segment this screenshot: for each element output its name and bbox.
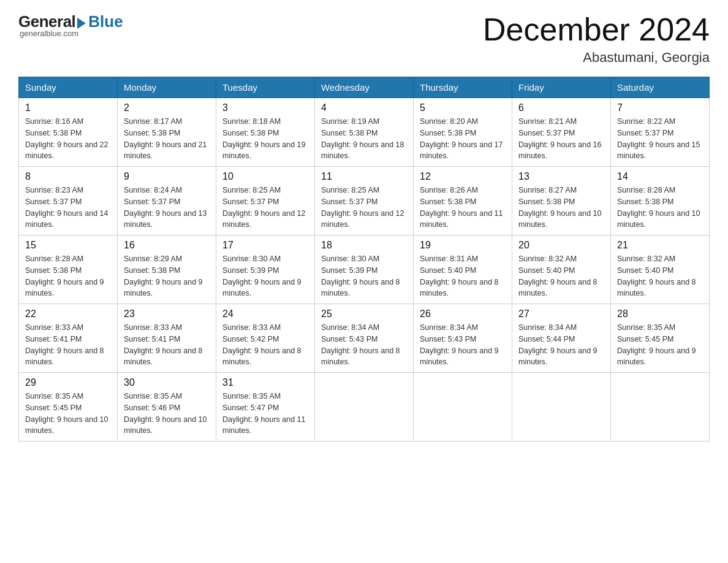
day-info: Sunrise: 8:28 AM Sunset: 5:38 PM Dayligh… (25, 253, 111, 299)
day-of-week-header: Friday (512, 77, 611, 98)
calendar-day-cell: 28 Sunrise: 8:35 AM Sunset: 5:45 PM Dayl… (611, 304, 710, 373)
day-info: Sunrise: 8:20 AM Sunset: 5:38 PM Dayligh… (420, 116, 506, 162)
calendar-week-row: 1 Sunrise: 8:16 AM Sunset: 5:38 PM Dayli… (19, 98, 710, 167)
title-block: December 2024 Abastumani, Georgia (483, 12, 710, 66)
day-info: Sunrise: 8:25 AM Sunset: 5:37 PM Dayligh… (222, 185, 308, 231)
day-number: 6 (518, 102, 604, 113)
day-info: Sunrise: 8:30 AM Sunset: 5:39 PM Dayligh… (321, 253, 407, 299)
month-title: December 2024 (483, 12, 710, 47)
calendar-week-row: 8 Sunrise: 8:23 AM Sunset: 5:37 PM Dayli… (19, 167, 710, 236)
day-info: Sunrise: 8:33 AM Sunset: 5:41 PM Dayligh… (124, 322, 210, 368)
day-info: Sunrise: 8:35 AM Sunset: 5:45 PM Dayligh… (617, 322, 703, 368)
day-number: 21 (617, 240, 703, 251)
location-subtitle: Abastumani, Georgia (483, 50, 710, 66)
day-info: Sunrise: 8:34 AM Sunset: 5:44 PM Dayligh… (518, 322, 604, 368)
day-number: 11 (321, 171, 407, 182)
day-info: Sunrise: 8:22 AM Sunset: 5:37 PM Dayligh… (617, 116, 703, 162)
day-number: 15 (25, 240, 111, 251)
calendar-day-cell: 19 Sunrise: 8:31 AM Sunset: 5:40 PM Dayl… (414, 236, 512, 304)
calendar-day-cell: 15 Sunrise: 8:28 AM Sunset: 5:38 PM Dayl… (19, 236, 118, 304)
day-number: 25 (321, 308, 407, 320)
calendar-day-cell: 6 Sunrise: 8:21 AM Sunset: 5:37 PM Dayli… (512, 98, 611, 167)
day-number: 5 (420, 102, 506, 113)
day-number: 26 (420, 308, 506, 320)
calendar-day-cell (611, 373, 710, 442)
day-number: 13 (518, 171, 604, 182)
calendar-day-cell: 3 Sunrise: 8:18 AM Sunset: 5:38 PM Dayli… (216, 98, 315, 167)
day-number: 29 (25, 377, 111, 388)
calendar-day-cell: 2 Sunrise: 8:17 AM Sunset: 5:38 PM Dayli… (118, 98, 216, 167)
calendar-day-cell: 25 Sunrise: 8:34 AM Sunset: 5:43 PM Dayl… (315, 304, 414, 373)
calendar-day-cell: 9 Sunrise: 8:24 AM Sunset: 5:37 PM Dayli… (118, 167, 216, 236)
day-of-week-header: Saturday (611, 77, 710, 98)
day-info: Sunrise: 8:32 AM Sunset: 5:40 PM Dayligh… (617, 253, 703, 299)
logo-blue-text: Blue (88, 12, 123, 31)
calendar-day-cell (414, 373, 512, 442)
calendar-day-cell: 16 Sunrise: 8:29 AM Sunset: 5:38 PM Dayl… (118, 236, 216, 304)
calendar-day-cell: 8 Sunrise: 8:23 AM Sunset: 5:37 PM Dayli… (19, 167, 118, 236)
day-info: Sunrise: 8:34 AM Sunset: 5:43 PM Dayligh… (321, 322, 407, 368)
day-of-week-header: Thursday (414, 77, 512, 98)
calendar-day-cell: 20 Sunrise: 8:32 AM Sunset: 5:40 PM Dayl… (512, 236, 611, 304)
day-number: 8 (25, 171, 111, 182)
day-info: Sunrise: 8:31 AM Sunset: 5:40 PM Dayligh… (420, 253, 506, 299)
day-number: 9 (124, 171, 210, 182)
calendar-day-cell: 21 Sunrise: 8:32 AM Sunset: 5:40 PM Dayl… (611, 236, 710, 304)
day-info: Sunrise: 8:35 AM Sunset: 5:47 PM Dayligh… (222, 391, 308, 437)
day-info: Sunrise: 8:34 AM Sunset: 5:43 PM Dayligh… (420, 322, 506, 368)
calendar-day-cell: 24 Sunrise: 8:33 AM Sunset: 5:42 PM Dayl… (216, 304, 315, 373)
day-number: 27 (518, 308, 604, 320)
day-info: Sunrise: 8:21 AM Sunset: 5:37 PM Dayligh… (518, 116, 604, 162)
calendar-day-cell: 5 Sunrise: 8:20 AM Sunset: 5:38 PM Dayli… (414, 98, 512, 167)
day-info: Sunrise: 8:23 AM Sunset: 5:37 PM Dayligh… (25, 185, 111, 231)
calendar-table: SundayMondayTuesdayWednesdayThursdayFrid… (18, 77, 710, 442)
day-number: 30 (124, 377, 210, 388)
calendar-day-cell: 13 Sunrise: 8:27 AM Sunset: 5:38 PM Dayl… (512, 167, 611, 236)
day-info: Sunrise: 8:24 AM Sunset: 5:37 PM Dayligh… (124, 185, 210, 231)
day-info: Sunrise: 8:17 AM Sunset: 5:38 PM Dayligh… (124, 116, 210, 162)
day-of-week-header: Tuesday (216, 77, 315, 98)
day-number: 12 (420, 171, 506, 182)
day-number: 2 (124, 102, 210, 113)
day-info: Sunrise: 8:28 AM Sunset: 5:38 PM Dayligh… (617, 185, 703, 231)
calendar-day-cell: 22 Sunrise: 8:33 AM Sunset: 5:41 PM Dayl… (19, 304, 118, 373)
day-info: Sunrise: 8:26 AM Sunset: 5:38 PM Dayligh… (420, 185, 506, 231)
calendar-week-row: 22 Sunrise: 8:33 AM Sunset: 5:41 PM Dayl… (19, 304, 710, 373)
day-number: 16 (124, 240, 210, 251)
calendar-day-cell: 4 Sunrise: 8:19 AM Sunset: 5:38 PM Dayli… (315, 98, 414, 167)
calendar-day-cell: 11 Sunrise: 8:25 AM Sunset: 5:37 PM Dayl… (315, 167, 414, 236)
day-number: 28 (617, 308, 703, 320)
calendar-day-cell (512, 373, 611, 442)
calendar-day-cell: 29 Sunrise: 8:35 AM Sunset: 5:45 PM Dayl… (19, 373, 118, 442)
day-info: Sunrise: 8:33 AM Sunset: 5:41 PM Dayligh… (25, 322, 111, 368)
day-number: 22 (25, 308, 111, 320)
calendar-day-cell: 27 Sunrise: 8:34 AM Sunset: 5:44 PM Dayl… (512, 304, 611, 373)
day-number: 20 (518, 240, 604, 251)
logo: General Blue generalblue.com (18, 12, 123, 38)
day-number: 7 (617, 102, 703, 113)
calendar-day-cell: 17 Sunrise: 8:30 AM Sunset: 5:39 PM Dayl… (216, 236, 315, 304)
page-header: General Blue generalblue.com December 20… (18, 12, 710, 66)
day-of-week-header: Wednesday (315, 77, 414, 98)
calendar-day-cell: 12 Sunrise: 8:26 AM Sunset: 5:38 PM Dayl… (414, 167, 512, 236)
calendar-day-cell: 18 Sunrise: 8:30 AM Sunset: 5:39 PM Dayl… (315, 236, 414, 304)
day-info: Sunrise: 8:16 AM Sunset: 5:38 PM Dayligh… (25, 116, 111, 162)
day-number: 24 (222, 308, 308, 320)
day-info: Sunrise: 8:35 AM Sunset: 5:46 PM Dayligh… (124, 391, 210, 437)
calendar-day-cell: 30 Sunrise: 8:35 AM Sunset: 5:46 PM Dayl… (118, 373, 216, 442)
day-info: Sunrise: 8:25 AM Sunset: 5:37 PM Dayligh… (321, 185, 407, 231)
logo-triangle-icon (77, 18, 86, 29)
calendar-day-cell: 14 Sunrise: 8:28 AM Sunset: 5:38 PM Dayl… (611, 167, 710, 236)
day-info: Sunrise: 8:35 AM Sunset: 5:45 PM Dayligh… (25, 391, 111, 437)
day-info: Sunrise: 8:32 AM Sunset: 5:40 PM Dayligh… (518, 253, 604, 299)
day-info: Sunrise: 8:29 AM Sunset: 5:38 PM Dayligh… (124, 253, 210, 299)
day-info: Sunrise: 8:19 AM Sunset: 5:38 PM Dayligh… (321, 116, 407, 162)
calendar-day-cell: 10 Sunrise: 8:25 AM Sunset: 5:37 PM Dayl… (216, 167, 315, 236)
day-number: 18 (321, 240, 407, 251)
day-number: 23 (124, 308, 210, 320)
day-info: Sunrise: 8:33 AM Sunset: 5:42 PM Dayligh… (222, 322, 308, 368)
day-number: 31 (222, 377, 308, 388)
calendar-day-cell (315, 373, 414, 442)
day-number: 17 (222, 240, 308, 251)
day-of-week-header: Sunday (19, 77, 118, 98)
